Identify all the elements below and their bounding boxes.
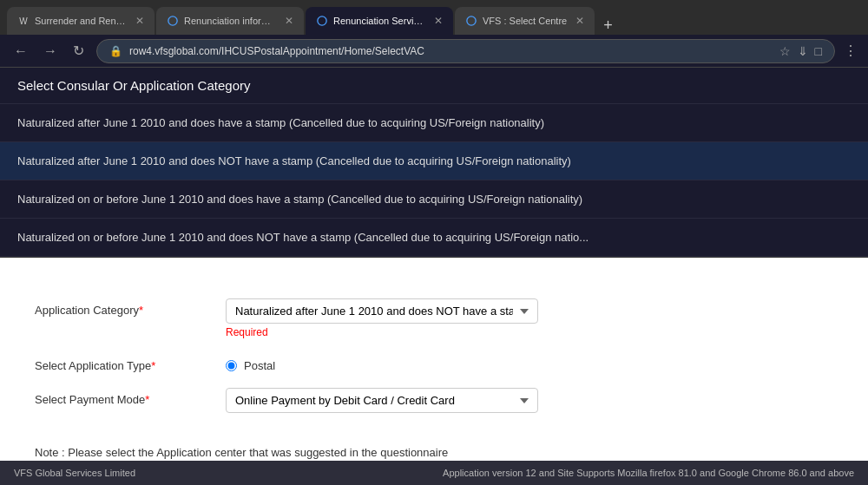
application-type-control: Postal (226, 354, 833, 372)
tab-renunciation-info[interactable]: Renunciation informa... ✕ (156, 7, 304, 35)
reload-button[interactable]: ↻ (69, 41, 88, 61)
application-type-row: Select Application Type* Postal (35, 354, 833, 372)
browser-chrome: W Surrender and Renunc... ✕ Renunciation… (0, 0, 868, 35)
tab3-favicon (316, 15, 328, 27)
tab2-close[interactable]: ✕ (285, 15, 293, 27)
url-actions: ☆ ⇓ □ (779, 44, 822, 58)
tab4-favicon (465, 15, 477, 27)
dropdown-item-3[interactable]: Naturalized on or before June 1 2010 and… (0, 219, 868, 257)
tab3-close[interactable]: ✕ (434, 15, 443, 27)
tab-renunciation-services[interactable]: Renunciation Services ✕ (306, 7, 453, 35)
required-star-cat: * (139, 304, 143, 317)
tab4-label: VFS : Select Centre (483, 16, 567, 26)
cast-icon[interactable]: □ (815, 44, 822, 58)
back-button[interactable]: ← (10, 42, 31, 61)
postal-label: Postal (244, 359, 275, 372)
download-icon[interactable]: ⇓ (798, 44, 808, 58)
svg-point-1 (318, 16, 326, 25)
application-category-label: Application Category* (35, 298, 208, 317)
footer: VFS Global Services Limited Application … (0, 461, 868, 485)
address-bar: ← → ↻ 🔒 row4.vfsglobal.com/IHCUSPostalAp… (0, 35, 868, 68)
tab1-close[interactable]: ✕ (135, 15, 144, 27)
payment-mode-select-wrapper: Online Payment by Debit Card / Credit Ca… (226, 388, 538, 413)
footer-right: Application version 12 and Site Supports… (443, 468, 854, 478)
application-category-select[interactable]: Naturalized after June 1 2010 and does N… (226, 298, 538, 324)
tab3-label: Renunciation Services (333, 16, 425, 26)
lock-icon: 🔒 (109, 45, 122, 57)
tab2-favicon (167, 15, 179, 27)
menu-button[interactable]: ⋮ (844, 43, 858, 59)
tab-surrender[interactable]: W Surrender and Renunc... ✕ (7, 7, 155, 35)
bookmark-icon[interactable]: ☆ (779, 44, 791, 58)
application-category-row: Application Category* Naturalized after … (35, 298, 833, 338)
svg-point-0 (168, 16, 177, 25)
required-star-pay: * (145, 393, 149, 406)
page-wrapper: W Surrender and Renunc... ✕ Renunciation… (0, 0, 868, 485)
dropdown-item-1[interactable]: Naturalized after June 1 2010 and does N… (0, 142, 868, 180)
payment-mode-select[interactable]: Online Payment by Debit Card / Credit Ca… (226, 388, 538, 413)
required-text: Required (226, 326, 833, 338)
svg-point-2 (467, 16, 476, 25)
tabs-bar: W Surrender and Renunc... ✕ Renunciation… (7, 0, 861, 35)
url-text: row4.vfsglobal.com/IHCUSPostalAppointmen… (129, 45, 773, 57)
forward-button[interactable]: → (40, 42, 61, 61)
payment-mode-control: Online Payment by Debit Card / Credit Ca… (226, 388, 833, 413)
dropdown-header: Select Consular Or Application Category (0, 68, 868, 104)
tab1-favicon: W (17, 15, 30, 27)
required-star-type: * (151, 359, 155, 372)
dropdown-overlay: Select Consular Or Application Category … (0, 68, 868, 258)
payment-mode-label: Select Payment Mode* (35, 388, 208, 406)
footer-left: VFS Global Services Limited (14, 468, 135, 478)
main-content: Application Category* Naturalized after … (0, 272, 868, 485)
tab2-label: Renunciation informa... (184, 16, 276, 26)
url-bar[interactable]: 🔒 row4.vfsglobal.com/IHCUSPostalAppointm… (96, 39, 835, 63)
application-category-select-wrapper: Naturalized after June 1 2010 and does N… (226, 298, 538, 324)
tab-vfs-select-centre[interactable]: VFS : Select Centre ✕ (455, 7, 595, 35)
application-category-control: Naturalized after June 1 2010 and does N… (226, 298, 833, 338)
new-tab-button[interactable]: + (596, 16, 620, 35)
form-section: Application Category* Naturalized after … (0, 290, 868, 437)
dropdown-item-0[interactable]: Naturalized after June 1 2010 and does h… (0, 104, 868, 142)
payment-mode-row: Select Payment Mode* Online Payment by D… (35, 388, 833, 413)
tab1-label: Surrender and Renunc... (35, 16, 127, 26)
application-type-label: Select Application Type* (35, 354, 208, 372)
tab4-close[interactable]: ✕ (575, 15, 584, 27)
postal-radio[interactable] (226, 360, 237, 371)
dropdown-item-2[interactable]: Naturalized on or before June 1 2010 and… (0, 180, 868, 219)
